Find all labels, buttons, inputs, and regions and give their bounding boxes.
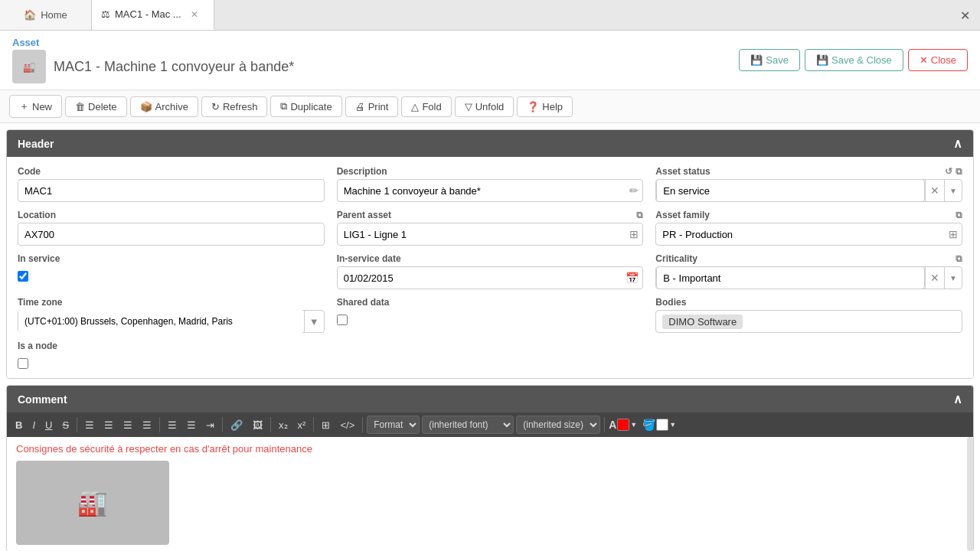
save-button[interactable]: 💾 Save [739,49,800,71]
asset-status-history-icon[interactable]: ↺ [945,166,952,177]
toolbar-separator-6 [362,417,363,432]
asset-family-link-icon[interactable]: ⧉ [956,210,962,220]
time-zone-label: Time zone [18,297,325,308]
strikethrough-button[interactable]: S [58,417,73,433]
description-label: Description [337,166,644,177]
bold-button[interactable]: B [11,417,26,433]
print-button[interactable]: 🖨 Print [345,96,399,117]
toolbar-separator-1 [77,417,77,432]
in-service-date-label: In-service date [337,253,644,264]
code-input[interactable] [18,179,325,202]
criticality-dropdown-button[interactable]: ▼ [944,267,962,289]
asset-image-placeholder: 🏭 [23,61,35,73]
criticality-select[interactable]: ✕ ▼ [655,266,962,289]
shared-data-field-group: Shared data [337,297,644,333]
numbered-button[interactable]: ☰ [183,417,200,433]
format-select[interactable]: Format [367,416,420,434]
size-select[interactable]: (inherited size) [516,416,600,434]
asset-status-field-group: Asset status ↺ ⧉ ✕ ▼ [655,166,962,202]
image-button[interactable]: 🖼 [249,417,266,433]
asset-family-input[interactable] [655,223,962,246]
align-center-button[interactable]: ☰ [100,417,117,433]
align-right-button[interactable]: ☰ [119,417,136,433]
asset-status-link-icon[interactable]: ⧉ [956,166,962,177]
bodies-input[interactable]: DIMO Software [655,310,962,333]
is-a-node-label: Is a node [18,341,325,351]
in-service-checkbox[interactable] [18,271,28,282]
code-label: Code [18,166,325,177]
unfold-button[interactable]: ▽ Unfold [455,96,514,117]
align-left-button[interactable]: ☰ [81,417,98,433]
underline-button[interactable]: U [41,417,56,433]
table-button[interactable]: ⊞ [318,417,334,433]
tab-close-button[interactable]: ✕ [191,9,198,20]
criticality-link-icon[interactable]: ⧉ [956,253,962,264]
time-zone-dropdown-button[interactable]: ▼ [304,311,324,332]
save-close-button[interactable]: 💾 Save & Close [805,49,903,71]
asset-status-clear-button[interactable]: ✕ [925,180,944,201]
window-close-button[interactable]: ✕ [949,0,980,31]
tab-home[interactable]: 🏠 Home [0,0,92,30]
delete-button[interactable]: 🗑 Delete [65,96,127,117]
close-button[interactable]: ✕ Close [908,49,968,71]
font-select[interactable]: (inherited font) [422,416,514,434]
bodies-label: Bodies [655,297,962,308]
link-button[interactable]: 🔗 [227,417,247,433]
refresh-icon: ↻ [211,101,220,112]
toolbar: ＋ New 🗑 Delete 📦 Archive ↻ Refresh ⧉ Dup… [0,90,980,123]
delete-icon: 🗑 [75,101,85,112]
fold-icon: △ [411,101,419,112]
justify-button[interactable]: ☰ [139,417,155,433]
parent-asset-link-icon[interactable]: ⧉ [636,210,643,220]
fold-button[interactable]: △ Fold [401,96,451,117]
tab-active[interactable]: ⚖ MAC1 - Mac ... ✕ [92,0,214,30]
description-field-group: Description ✏ [337,166,644,202]
comment-section-header[interactable]: Comment ∧ [7,386,973,412]
asset-family-search-icon[interactable]: ⊞ [949,228,958,240]
code-button[interactable]: </> [336,417,358,433]
editor-area[interactable]: Consignes de sécurité à respecter en cas… [7,437,973,551]
window-close-icon: ✕ [960,8,970,23]
home-icon: 🏠 [24,9,36,21]
help-button[interactable]: ❓ Help [517,96,573,117]
superscript-button[interactable]: x² [294,417,310,433]
editor-scrollbar[interactable] [967,437,973,551]
header-section-header[interactable]: Header ∧ [7,130,973,157]
duplicate-button[interactable]: ⧉ Duplicate [270,96,341,117]
bullets-button[interactable]: ☰ [164,417,181,433]
archive-button[interactable]: 📦 Archive [130,96,198,117]
indent-button[interactable]: ⇥ [202,417,218,433]
refresh-button[interactable]: ↻ Refresh [201,96,268,117]
new-button[interactable]: ＋ New [9,95,62,118]
asset-status-dropdown-button[interactable]: ▼ [944,180,962,201]
print-icon: 🖨 [355,101,365,112]
parent-asset-field-group: Parent asset ⧉ ⊞ [337,210,644,246]
bg-color-button[interactable]: 🪣 ▼ [642,419,676,431]
parent-asset-search-icon[interactable]: ⊞ [629,228,639,240]
parent-asset-label: Parent asset ⧉ [337,210,644,220]
location-label: Location [18,210,325,220]
in-service-date-input[interactable] [337,266,644,289]
tab-bar: 🏠 Home ⚖ MAC1 - Mac ... ✕ ✕ [0,0,980,31]
text-color-button[interactable]: A ▼ [609,419,637,431]
time-zone-field-group: Time zone ▼ [18,297,325,333]
in-service-checkbox-group [18,271,325,282]
close-label: Close [931,54,956,66]
criticality-input[interactable] [656,266,925,289]
location-input[interactable] [18,223,325,246]
italic-button[interactable]: I [28,417,39,433]
is-a-node-checkbox[interactable] [18,358,28,369]
archive-icon: 📦 [140,101,152,112]
subscript-button[interactable]: x₂ [275,417,292,433]
time-zone-input[interactable] [18,310,304,333]
description-input[interactable] [337,179,644,202]
parent-asset-input[interactable] [337,223,644,246]
asset-status-select[interactable]: ✕ ▼ [655,179,962,202]
shared-data-checkbox[interactable] [337,315,348,325]
text-color-dropdown[interactable]: ▼ [630,421,637,429]
bg-color-dropdown[interactable]: ▼ [669,421,676,429]
criticality-clear-button[interactable]: ✕ [925,267,944,289]
calendar-icon[interactable]: 📅 [626,272,639,284]
asset-status-input[interactable] [656,179,925,202]
action-buttons: 💾 Save 💾 Save & Close ✕ Close [739,49,968,71]
